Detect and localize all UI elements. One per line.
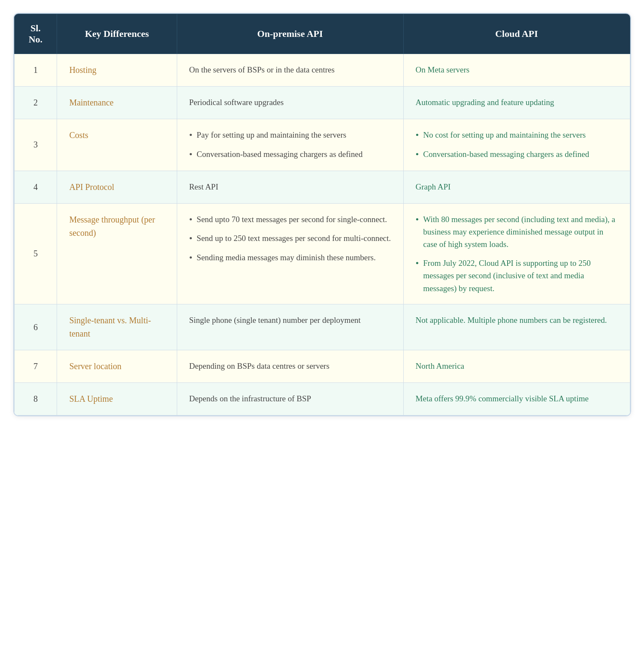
header-slno: Sl. No. xyxy=(14,14,57,54)
header-cloud: Cloud API xyxy=(403,14,630,54)
table-row: 2MaintenancePeriodical software upgrades… xyxy=(14,87,630,119)
row-cloud: On Meta servers xyxy=(403,54,630,87)
row-number: 4 xyxy=(14,171,57,203)
row-key: Costs xyxy=(57,119,177,171)
table-row: 3CostsPay for setting up and maintaining… xyxy=(14,119,630,171)
row-onpremise: Send upto 70 text messages per second fo… xyxy=(177,203,403,304)
row-number: 5 xyxy=(14,203,57,304)
row-key: Server location xyxy=(57,350,177,383)
row-key: API Protocol xyxy=(57,171,177,203)
row-cloud: Not applicable. Multiple phone numbers c… xyxy=(403,304,630,350)
row-cloud: Meta offers 99.9% commercially visible S… xyxy=(403,383,630,415)
row-cloud: With 80 messages per second (including t… xyxy=(403,203,630,304)
table-row: 4API ProtocolRest APIGraph API xyxy=(14,171,630,203)
table-row: 8SLA UptimeDepends on the infrastructure… xyxy=(14,383,630,415)
table-row: 7Server locationDepending on BSPs data c… xyxy=(14,350,630,383)
row-onpremise: Depends on the infrastructure of BSP xyxy=(177,383,403,415)
row-key: Maintenance xyxy=(57,87,177,119)
row-cloud: Automatic upgrading and feature updating xyxy=(403,87,630,119)
row-cloud: No cost for setting up and maintaining t… xyxy=(403,119,630,171)
row-key: Hosting xyxy=(57,54,177,87)
row-cloud: North America xyxy=(403,350,630,383)
header-onpremise: On-premise API xyxy=(177,14,403,54)
row-onpremise: On the servers of BSPs or in the data ce… xyxy=(177,54,403,87)
header-key-differences: Key Differences xyxy=(57,14,177,54)
row-key: Single-tenant vs. Multi-tenant xyxy=(57,304,177,350)
row-number: 2 xyxy=(14,87,57,119)
table-row: 6Single-tenant vs. Multi-tenantSingle ph… xyxy=(14,304,630,350)
row-key: SLA Uptime xyxy=(57,383,177,415)
row-key: Message throughput (per second) xyxy=(57,203,177,304)
comparison-table: Sl. No. Key Differences On-premise API C… xyxy=(13,13,631,416)
row-number: 8 xyxy=(14,383,57,415)
row-onpremise: Rest API xyxy=(177,171,403,203)
row-number: 1 xyxy=(14,54,57,87)
row-number: 7 xyxy=(14,350,57,383)
table-row: 5Message throughput (per second)Send upt… xyxy=(14,203,630,304)
row-number: 3 xyxy=(14,119,57,171)
row-onpremise: Single phone (single tenant) number per … xyxy=(177,304,403,350)
row-number: 6 xyxy=(14,304,57,350)
row-onpremise: Periodical software upgrades xyxy=(177,87,403,119)
row-onpremise: Depending on BSPs data centres or server… xyxy=(177,350,403,383)
table-row: 1HostingOn the servers of BSPs or in the… xyxy=(14,54,630,87)
row-cloud: Graph API xyxy=(403,171,630,203)
row-onpremise: Pay for setting up and maintaining the s… xyxy=(177,119,403,171)
